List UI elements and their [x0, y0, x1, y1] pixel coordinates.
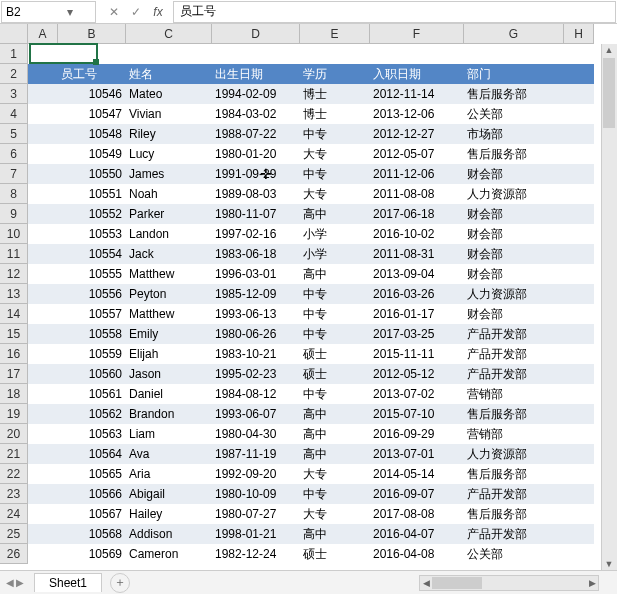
table-cell[interactable]: 1996-03-01 — [212, 264, 300, 284]
table-cell[interactable]: 1980-04-30 — [212, 424, 300, 444]
table-cell[interactable]: Brandon — [126, 404, 212, 424]
row-header-24[interactable]: 24 — [0, 504, 28, 524]
table-cell[interactable]: 中专 — [300, 284, 370, 304]
confirm-button[interactable]: ✓ — [125, 2, 147, 22]
table-header[interactable]: 姓名 — [126, 64, 212, 84]
add-sheet-button[interactable]: ＋ — [110, 573, 130, 593]
table-cell[interactable]: 博士 — [300, 84, 370, 104]
table-cell[interactable]: 10547 — [58, 104, 126, 124]
table-cell[interactable]: 2016-10-02 — [370, 224, 464, 244]
table-header[interactable]: 学历 — [300, 64, 370, 84]
table-header[interactable]: 入职日期 — [370, 64, 464, 84]
tab-nav-prev-icon[interactable]: ◀ — [6, 577, 14, 588]
table-cell[interactable]: 1987-11-19 — [212, 444, 300, 464]
table-cell[interactable]: Hailey — [126, 504, 212, 524]
table-cell[interactable]: 2016-09-07 — [370, 484, 464, 504]
table-cell[interactable]: 2013-07-02 — [370, 384, 464, 404]
table-cell[interactable]: 产品开发部 — [464, 524, 564, 544]
table-cell[interactable]: 1995-02-23 — [212, 364, 300, 384]
row-header-18[interactable]: 18 — [0, 384, 28, 404]
cells-area[interactable]: 员工号姓名出生日期学历入职日期部门10546Mateo1994-02-09博士2… — [28, 44, 594, 564]
fx-button[interactable]: fx — [147, 2, 169, 22]
table-cell[interactable]: 1994-02-09 — [212, 84, 300, 104]
table-cell[interactable]: 财会部 — [464, 304, 564, 324]
table-cell[interactable]: Liam — [126, 424, 212, 444]
row-header-10[interactable]: 10 — [0, 224, 28, 244]
table-cell[interactable]: 人力资源部 — [464, 284, 564, 304]
table-cell[interactable]: 1985-12-09 — [212, 284, 300, 304]
table-cell[interactable]: 2016-01-17 — [370, 304, 464, 324]
cancel-button[interactable]: ✕ — [103, 2, 125, 22]
row-header-26[interactable]: 26 — [0, 544, 28, 564]
horizontal-scrollbar[interactable]: ◀ ▶ — [419, 575, 599, 591]
row-header-20[interactable]: 20 — [0, 424, 28, 444]
col-header-A[interactable]: A — [28, 24, 58, 44]
table-cell[interactable]: Abigail — [126, 484, 212, 504]
table-cell[interactable]: 10555 — [58, 264, 126, 284]
table-cell[interactable]: Jack — [126, 244, 212, 264]
table-cell[interactable]: 小学 — [300, 244, 370, 264]
table-cell[interactable]: 10559 — [58, 344, 126, 364]
table-cell[interactable]: 1983-10-21 — [212, 344, 300, 364]
table-cell[interactable]: 10552 — [58, 204, 126, 224]
table-cell[interactable]: Vivian — [126, 104, 212, 124]
table-cell[interactable]: 2013-07-01 — [370, 444, 464, 464]
col-header-C[interactable]: C — [126, 24, 212, 44]
table-cell[interactable]: 2013-09-04 — [370, 264, 464, 284]
table-cell[interactable]: 财会部 — [464, 244, 564, 264]
table-cell[interactable]: James — [126, 164, 212, 184]
table-cell[interactable]: Riley — [126, 124, 212, 144]
table-cell[interactable]: 产品开发部 — [464, 344, 564, 364]
table-cell[interactable]: 1988-07-22 — [212, 124, 300, 144]
row-header-6[interactable]: 6 — [0, 144, 28, 164]
row-header-14[interactable]: 14 — [0, 304, 28, 324]
table-cell[interactable]: 2014-05-14 — [370, 464, 464, 484]
table-header[interactable]: 出生日期 — [212, 64, 300, 84]
table-cell[interactable]: Jason — [126, 364, 212, 384]
col-header-B[interactable]: B — [58, 24, 126, 44]
table-cell[interactable]: 2012-05-07 — [370, 144, 464, 164]
table-cell[interactable]: 市场部 — [464, 124, 564, 144]
table-cell[interactable]: 1983-06-18 — [212, 244, 300, 264]
table-cell[interactable]: Landon — [126, 224, 212, 244]
table-cell[interactable]: 10557 — [58, 304, 126, 324]
table-cell[interactable]: 1993-06-07 — [212, 404, 300, 424]
table-cell[interactable]: 人力资源部 — [464, 444, 564, 464]
scroll-up-arrow-icon[interactable]: ▲ — [602, 44, 616, 56]
table-cell[interactable]: 中专 — [300, 164, 370, 184]
table-cell[interactable]: 10568 — [58, 524, 126, 544]
vertical-scrollbar[interactable]: ▲ ▼ — [601, 44, 617, 570]
table-cell[interactable]: 10553 — [58, 224, 126, 244]
table-cell[interactable]: 2012-05-12 — [370, 364, 464, 384]
table-cell[interactable]: 财会部 — [464, 224, 564, 244]
row-header-1[interactable]: 1 — [0, 44, 28, 64]
table-cell[interactable]: 硕士 — [300, 364, 370, 384]
table-cell[interactable]: 大专 — [300, 144, 370, 164]
table-cell[interactable]: 大专 — [300, 184, 370, 204]
table-cell[interactable]: Aria — [126, 464, 212, 484]
table-cell[interactable]: 中专 — [300, 304, 370, 324]
spreadsheet-grid[interactable]: ABCDEFGH 1234567891011121314151617181920… — [0, 24, 617, 570]
name-box[interactable]: B2 ▾ — [1, 1, 96, 23]
table-cell[interactable]: 硕士 — [300, 344, 370, 364]
row-header-21[interactable]: 21 — [0, 444, 28, 464]
table-cell[interactable]: 中专 — [300, 384, 370, 404]
table-cell[interactable]: 10563 — [58, 424, 126, 444]
table-cell[interactable]: 2017-08-08 — [370, 504, 464, 524]
row-header-12[interactable]: 12 — [0, 264, 28, 284]
select-all-corner[interactable] — [0, 24, 28, 44]
table-cell[interactable]: 10558 — [58, 324, 126, 344]
scroll-down-arrow-icon[interactable]: ▼ — [602, 558, 616, 570]
table-cell[interactable]: 2017-06-18 — [370, 204, 464, 224]
table-cell[interactable]: 营销部 — [464, 384, 564, 404]
table-cell[interactable]: 2011-12-06 — [370, 164, 464, 184]
row-header-8[interactable]: 8 — [0, 184, 28, 204]
table-cell[interactable]: 1993-06-13 — [212, 304, 300, 324]
hscroll-thumb[interactable] — [432, 577, 482, 589]
table-cell[interactable]: 1980-10-09 — [212, 484, 300, 504]
table-cell[interactable]: 2012-12-27 — [370, 124, 464, 144]
table-cell[interactable]: 1980-06-26 — [212, 324, 300, 344]
table-cell[interactable]: 大专 — [300, 464, 370, 484]
table-cell[interactable]: 1980-11-07 — [212, 204, 300, 224]
table-cell[interactable]: 财会部 — [464, 204, 564, 224]
